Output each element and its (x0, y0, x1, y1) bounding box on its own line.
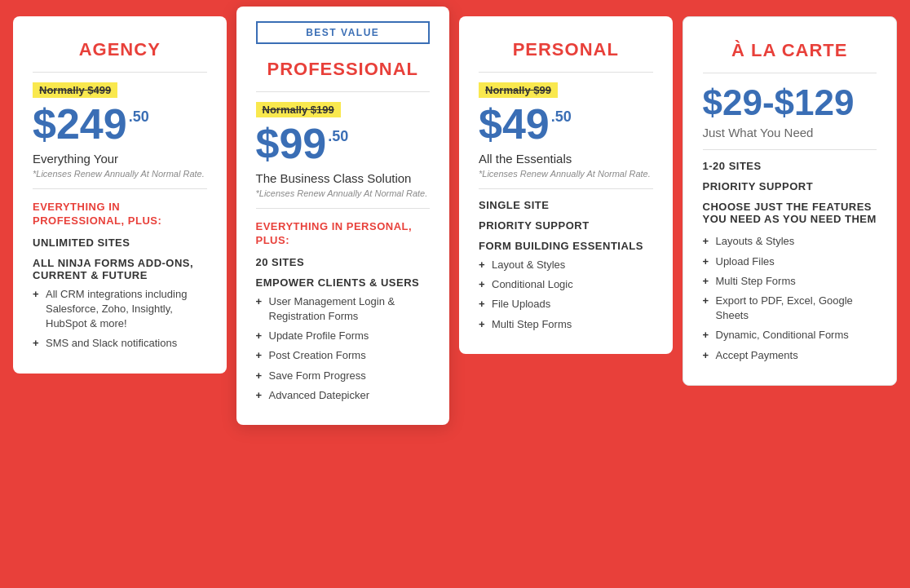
agency-note: *Licenses Renew Annually At Normal Rate. (33, 169, 207, 179)
alacarte-site-range: 1-20 SITES (703, 160, 877, 172)
agency-feature-unlimited: UNLIMITED SITES (33, 237, 207, 249)
alacarte-title: À LA CARTE (703, 40, 877, 61)
agency-feature-list: All CRM integrations including Salesforc… (33, 285, 207, 354)
agency-price: $249 .50 (33, 103, 207, 145)
professional-section-label: EVERYTHING IN PERSONAL, PLUS: (256, 220, 431, 248)
professional-feature-empower: EMPOWER CLIENTS & USERS (256, 276, 431, 289)
personal-feature-list: Layout & Styles Conditional Logic File U… (479, 255, 653, 334)
personal-price-value: $49 (479, 103, 550, 145)
professional-feature-item: Advanced Datepicker (256, 386, 431, 405)
personal-normally: Normally $99 (479, 82, 558, 98)
personal-single-site: SINGLE SITE (479, 199, 653, 211)
professional-note: *Licenses Renew Annually At Normal Rate. (256, 188, 431, 198)
agency-feature-item: All CRM integrations including Salesforc… (33, 285, 207, 334)
professional-cents: .50 (328, 129, 348, 144)
professional-feature-item: User Management Login & Registration For… (256, 292, 431, 326)
best-value-badge: BEST VALUE (256, 21, 431, 44)
personal-title: PERSONAL (479, 39, 653, 60)
personal-feature-item: Layout & Styles (479, 255, 653, 275)
agency-plan-card: AGENCY Normally $499 $249 .50 Everything… (13, 16, 227, 374)
agency-normally: Normally $499 (33, 82, 117, 98)
personal-feature-item: Multi Step Forms (479, 315, 653, 334)
alacarte-feature-list: Layouts & Styles Upload Files Multi Step… (703, 232, 877, 365)
alacarte-feature-item: Accept Payments (703, 346, 877, 365)
alacarte-feature-item: Upload Files (703, 252, 877, 272)
professional-tagline: The Business Class Solution (256, 171, 431, 185)
agency-section-label: EVERYTHING IN PROFESSIONAL, PLUS: (33, 201, 207, 228)
alacarte-plan-card: À LA CARTE $29-$129 Just What You Need 1… (682, 16, 898, 386)
personal-cents: .50 (551, 109, 572, 124)
professional-normally: Normally $199 (256, 102, 341, 117)
alacarte-feature-item: Multi Step Forms (703, 272, 877, 291)
agency-feature-item: SMS and Slack notifications (33, 334, 207, 353)
personal-feature-item: Conditional Logic (479, 275, 653, 294)
professional-feature-20sites: 20 SITES (256, 256, 431, 268)
personal-form-building: FORM BUILDING ESSENTIALS (479, 240, 653, 252)
professional-plan-card: BEST VALUE PROFESSIONAL Normally $199 $9… (236, 7, 450, 425)
professional-feature-item: Save Form Progress (256, 366, 431, 386)
personal-plan-card: PERSONAL Normally $99 $49 .50 All the Es… (459, 16, 673, 354)
personal-priority: PRIORITY SUPPORT (479, 219, 653, 232)
alacarte-just-what: Just What You Need (703, 126, 877, 139)
agency-cents: .50 (129, 109, 149, 124)
agency-feature-addons: ALL NINJA FORMS ADD-ONS, CURRENT & FUTUR… (33, 257, 207, 281)
alacarte-price-value: $29-$129 (703, 82, 855, 122)
professional-feature-list: User Management Login & Registration For… (256, 292, 431, 405)
agency-price-value: $249 (33, 103, 127, 145)
professional-title: PROFESSIONAL (256, 59, 431, 80)
professional-price: $99 .50 (256, 122, 431, 165)
alacarte-feature-item: Export to PDF, Excel, Google Sheets (703, 291, 877, 325)
alacarte-feature-item: Layouts & Styles (703, 232, 877, 251)
professional-price-value: $99 (256, 122, 327, 165)
alacarte-price: $29-$129 (703, 83, 877, 122)
agency-tagline: Everything Your (33, 152, 207, 166)
personal-note: *Licenses Renew Annually At Normal Rate. (479, 169, 653, 179)
personal-tagline: All the Essentials (479, 152, 653, 166)
pricing-grid: AGENCY Normally $499 $249 .50 Everything… (8, 16, 902, 425)
alacarte-feature-item: Dynamic, Conditional Forms (703, 325, 877, 345)
professional-feature-item: Update Profile Forms (256, 326, 431, 346)
personal-price: $49 .50 (479, 103, 653, 145)
personal-feature-item: File Uploads (479, 294, 653, 314)
alacarte-choose-label: CHOOSE JUST THE FEATURES YOU NEED AS YOU… (703, 201, 877, 225)
alacarte-priority: PRIORITY SUPPORT (703, 180, 877, 192)
agency-title: AGENCY (33, 39, 207, 60)
professional-feature-item: Post Creation Forms (256, 346, 431, 365)
